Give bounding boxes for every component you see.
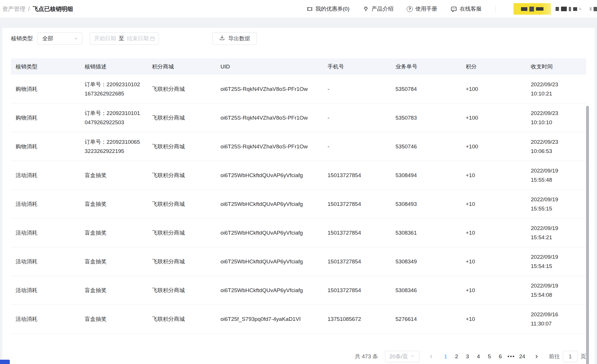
cell-time: 2022/09/19 15:54:21: [526, 219, 581, 247]
chat-icon: [450, 6, 457, 12]
redeem-type-select[interactable]: 全部: [37, 32, 82, 45]
nav-item-coupons[interactable]: 我的优惠券(0): [307, 5, 349, 13]
cell-phone: -: [323, 75, 391, 103]
goto-label: 前往: [549, 353, 560, 360]
total-count: 共 473 条: [355, 353, 378, 360]
table-header-row: 核销类型 核销描述 积分商城 UID 手机号 业务单号 积分 收支时间: [11, 58, 586, 75]
cell-points: +10: [461, 276, 526, 304]
cell-redeem-desc: 盲盒抽奖: [80, 276, 147, 304]
next-page-button[interactable]: [532, 351, 541, 362]
page-number-button[interactable]: 1: [440, 351, 451, 362]
nav-item-label: 使用手册: [415, 5, 437, 13]
page-number-button[interactable]: 2: [451, 351, 462, 362]
cell-time: 2022/09/23 10:10:21: [526, 75, 581, 103]
cell-points-mall: 飞联积分商城: [147, 276, 216, 304]
cell-phone: 13751085672: [323, 305, 391, 333]
cell-redeem-desc: 盲盒抽奖: [80, 247, 147, 276]
filter-bar: 核销类型 全部 开始日期 至 结束日期: [11, 32, 586, 45]
cell-points: +10: [461, 305, 526, 333]
cell-redeem-type: 购物消耗: [11, 75, 80, 103]
cell-phone: 15013727854: [323, 161, 391, 189]
help-icon: ?: [407, 6, 413, 12]
nav-divider: [495, 5, 496, 13]
cell-redeem-type: 活动消耗: [11, 247, 80, 276]
cell-time: 2022/09/23 10:06:53: [526, 132, 581, 161]
redacted-username[interactable]: [556, 7, 581, 11]
table-row: 购物消耗 订单号：220923100653223262922195 飞联积分商城…: [11, 132, 586, 161]
cell-redeem-type: 购物消耗: [11, 132, 80, 161]
page-number-button[interactable]: 3: [462, 351, 473, 362]
cell-uid: oi6T25S-RqkN4VZhaV8oS-PFr1Ow: [216, 104, 323, 132]
cell-redeem-desc: 订单号：220923101010479262922503: [80, 104, 147, 132]
cell-phone: 15013727854: [323, 276, 391, 304]
page-number-button[interactable]: 5: [484, 351, 495, 362]
floating-widget-cutoff[interactable]: [0, 360, 10, 364]
breadcrumb: 资产管理 / 飞点已核销明细: [2, 5, 73, 13]
table-body: 购物消耗 订单号：220923101021673262922685 飞联积分商城…: [11, 75, 586, 334]
cell-redeem-desc: 订单号：220923100653223262922195: [80, 132, 147, 161]
cell-redeem-desc: 盲盒抽奖: [80, 219, 147, 247]
breadcrumb-root[interactable]: 资产管理: [2, 5, 25, 13]
table-row: 购物消耗 订单号：220923101010479262922503 飞联积分商城…: [11, 104, 586, 132]
nav-item-label: 我的优惠券(0): [315, 5, 349, 13]
date-range-picker[interactable]: 开始日期 至 结束日期: [90, 32, 159, 45]
cell-order-number: 5308346: [391, 276, 461, 304]
cell-phone: -: [323, 132, 391, 161]
cell-points: +100: [461, 132, 526, 161]
column-header: 积分: [461, 58, 526, 75]
prev-page-button[interactable]: [426, 351, 436, 362]
nav-item-manual[interactable]: ? 使用手册: [407, 5, 437, 13]
cell-order-number: 5308493: [391, 190, 461, 218]
goto-page-input[interactable]: [563, 351, 578, 362]
cell-uid: oi6T25WbHCkftdQUvAP6yVfciafg: [216, 247, 323, 276]
cell-points: +10: [461, 161, 526, 189]
cell-points-mall: 飞联积分商城: [147, 247, 216, 276]
page-list: 123456•••24: [440, 351, 528, 362]
highlighted-redacted-badge[interactable]: [514, 3, 551, 15]
column-header: 业务单号: [391, 58, 461, 75]
page-number-button[interactable]: 24: [517, 351, 528, 362]
cell-redeem-type: 购物消耗: [11, 104, 80, 132]
vertical-scrollbar-thumb[interactable]: [586, 106, 589, 364]
chevron-down-icon: [410, 353, 415, 360]
cell-phone: 15013727854: [323, 190, 391, 218]
nav-item-label: 产品介绍: [372, 5, 393, 13]
cell-points: +10: [461, 190, 526, 218]
cell-redeem-type: 活动消耗: [11, 190, 80, 218]
page-number-button[interactable]: 6: [495, 351, 506, 362]
cell-redeem-type: 活动消耗: [11, 276, 80, 304]
page-size-select[interactable]: 20条/页: [385, 351, 419, 362]
cell-redeem-type: 活动消耗: [11, 219, 80, 247]
column-header: UID: [216, 58, 323, 75]
cell-points: +100: [461, 75, 526, 103]
top-nav: 我的优惠券(0) 产品介绍 ? 使用手册: [307, 3, 597, 15]
cell-points: +10: [461, 219, 526, 247]
cell-points-mall: 飞联积分商城: [147, 75, 216, 103]
page-number-button[interactable]: 4: [473, 351, 484, 362]
cell-time: 2022/09/19 15:54:15: [526, 247, 581, 276]
table-row: 活动消耗 盲盒抽奖 飞联积分商城 oi6T25WbHCkftdQUvAP6yVf…: [11, 276, 586, 305]
content-card: 核销类型 全部 开始日期 至 结束日期: [2, 28, 595, 364]
breadcrumb-separator: /: [28, 6, 30, 12]
redeem-type-value: 全部: [42, 35, 73, 42]
cell-phone: 15013727854: [323, 219, 391, 247]
nav-item-support[interactable]: 在线客服: [450, 5, 482, 13]
top-bar: 资产管理 / 飞点已核销明细 我的优惠券(0) 产品介绍: [0, 0, 597, 18]
page-size-value: 20条/页: [389, 353, 408, 360]
redacted-avatar[interactable]: [590, 7, 597, 11]
export-data-button[interactable]: 导出数据: [212, 32, 257, 45]
end-date-placeholder: 结束日期: [127, 35, 149, 42]
page-title: 飞点已核销明细: [33, 5, 73, 13]
table-row: 活动消耗 盲盒抽奖 飞联积分商城 oi6T25f_S793pq0fd7-4yaK…: [11, 305, 586, 334]
more-pages-icon[interactable]: •••: [506, 351, 517, 362]
cell-points-mall: 飞联积分商城: [147, 104, 216, 132]
table-row: 活动消耗 盲盒抽奖 飞联积分商城 oi6T25WbHCkftdQUvAP6yVf…: [11, 161, 586, 190]
cell-time: 2022/09/19 15:54:08: [526, 276, 581, 304]
goto-page: 前往 页: [549, 351, 586, 362]
cell-time: 2022/09/23 10:10:10: [526, 104, 581, 132]
nav-item-product-intro[interactable]: 产品介绍: [363, 5, 393, 13]
chevron-down-icon: [73, 36, 79, 41]
cell-order-number: 5276614: [391, 305, 461, 333]
column-header: 积分商城: [147, 58, 216, 75]
cell-uid: oi6T25S-RqkN4VZhaV8oS-PFr1Ow: [216, 132, 323, 161]
